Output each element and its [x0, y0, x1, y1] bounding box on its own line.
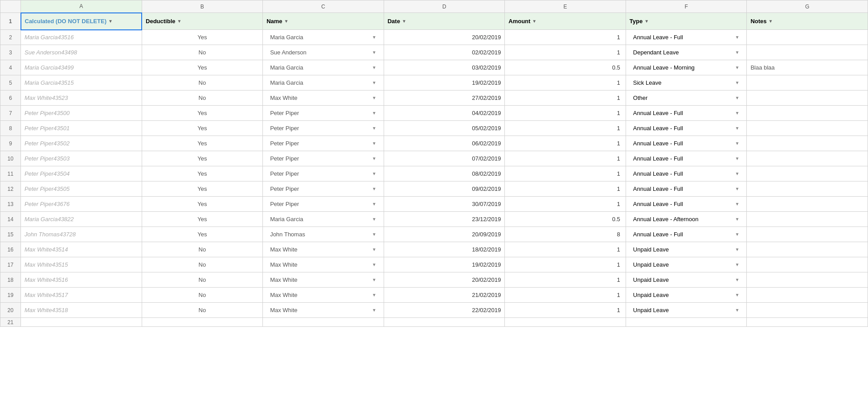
- header-name[interactable]: Name ▼: [263, 13, 384, 30]
- cell-a-3[interactable]: Maria Garcia43515: [21, 75, 142, 91]
- cell-a-16[interactable]: Max White43516: [21, 272, 142, 288]
- dropdown-arrow-c[interactable]: ▼: [372, 156, 377, 161]
- dropdown-arrow-f[interactable]: ▼: [735, 35, 739, 40]
- cell-a-11[interactable]: Peter Piper43676: [21, 197, 142, 212]
- dropdown-arrow-f[interactable]: ▼: [735, 65, 739, 70]
- filter-icon-g[interactable]: ▼: [769, 19, 773, 24]
- dropdown-arrow-c[interactable]: ▼: [372, 171, 377, 176]
- cell-f-10[interactable]: Annual Leave - Full▼: [626, 181, 747, 197]
- cell-f-12[interactable]: Annual Leave - Afternoon▼: [626, 212, 747, 227]
- cell-a-12[interactable]: Maria Garcia43822: [21, 212, 142, 227]
- cell-c-14[interactable]: Max White▼: [263, 242, 384, 257]
- cell-a-7[interactable]: Peter Piper43502: [21, 136, 142, 151]
- cell-f-18[interactable]: Unpaid Leave▼: [626, 303, 747, 318]
- cell-a-13[interactable]: John Thomas43728: [21, 227, 142, 242]
- cell-f-14[interactable]: Unpaid Leave▼: [626, 242, 747, 257]
- dropdown-arrow-c[interactable]: ▼: [372, 232, 377, 237]
- cell-a-17[interactable]: Max White43517: [21, 288, 142, 303]
- dropdown-arrow-c[interactable]: ▼: [372, 186, 377, 191]
- dropdown-arrow-f[interactable]: ▼: [735, 262, 739, 267]
- cell-c-12[interactable]: Maria Garcia▼: [263, 212, 384, 227]
- cell-c-18[interactable]: Max White▼: [263, 303, 384, 318]
- filter-icon-a[interactable]: ▼: [108, 19, 113, 24]
- cell-c-8[interactable]: Peter Piper▼: [263, 151, 384, 166]
- filter-icon-f[interactable]: ▼: [644, 19, 649, 24]
- cell-f-17[interactable]: Unpaid Leave▼: [626, 288, 747, 303]
- dropdown-arrow-c[interactable]: ▼: [372, 35, 377, 40]
- dropdown-arrow-c[interactable]: ▼: [372, 141, 377, 146]
- cell-a-1[interactable]: Sue Anderson43498: [21, 45, 142, 60]
- cell-a-5[interactable]: Peter Piper43500: [21, 106, 142, 121]
- dropdown-arrow-f[interactable]: ▼: [735, 50, 739, 55]
- dropdown-arrow-c[interactable]: ▼: [372, 50, 377, 55]
- dropdown-arrow-c[interactable]: ▼: [372, 262, 377, 267]
- dropdown-arrow-f[interactable]: ▼: [735, 293, 739, 297]
- dropdown-arrow-f[interactable]: ▼: [735, 232, 739, 237]
- cell-c-16[interactable]: Max White▼: [263, 272, 384, 288]
- cell-c-3[interactable]: Maria Garcia▼: [263, 75, 384, 91]
- dropdown-arrow-f[interactable]: ▼: [735, 80, 739, 85]
- col-letter-c[interactable]: C: [263, 0, 384, 13]
- cell-f-15[interactable]: Unpaid Leave▼: [626, 257, 747, 272]
- cell-a-15[interactable]: Max White43515: [21, 257, 142, 272]
- cell-a-10[interactable]: Peter Piper43505: [21, 181, 142, 197]
- cell-a-9[interactable]: Peter Piper43504: [21, 166, 142, 181]
- header-calculated[interactable]: Calculated (DO NOT DELETE) ▼: [21, 13, 142, 30]
- col-letter-d[interactable]: D: [384, 0, 505, 13]
- cell-a-0[interactable]: Maria Garcia43516: [21, 30, 142, 45]
- header-amount[interactable]: Amount ▼: [505, 13, 626, 30]
- dropdown-arrow-f[interactable]: ▼: [735, 308, 739, 313]
- dropdown-arrow-f[interactable]: ▼: [735, 247, 739, 252]
- cell-c-5[interactable]: Peter Piper▼: [263, 106, 384, 121]
- dropdown-arrow-f[interactable]: ▼: [735, 156, 739, 161]
- cell-f-4[interactable]: Other▼: [626, 91, 747, 106]
- cell-c-15[interactable]: Max White▼: [263, 257, 384, 272]
- dropdown-arrow-c[interactable]: ▼: [372, 308, 377, 313]
- dropdown-arrow-f[interactable]: ▼: [735, 186, 739, 191]
- col-letter-g[interactable]: G: [747, 0, 868, 13]
- header-date[interactable]: Date ▼: [384, 13, 505, 30]
- dropdown-arrow-c[interactable]: ▼: [372, 95, 377, 100]
- dropdown-arrow-c[interactable]: ▼: [372, 80, 377, 85]
- dropdown-arrow-c[interactable]: ▼: [372, 217, 377, 222]
- cell-f-8[interactable]: Annual Leave - Full▼: [626, 151, 747, 166]
- cell-c-7[interactable]: Peter Piper▼: [263, 136, 384, 151]
- cell-f-1[interactable]: Dependant Leave▼: [626, 45, 747, 60]
- dropdown-arrow-c[interactable]: ▼: [372, 111, 377, 115]
- dropdown-arrow-c[interactable]: ▼: [372, 247, 377, 252]
- cell-c-17[interactable]: Max White▼: [263, 288, 384, 303]
- dropdown-arrow-c[interactable]: ▼: [372, 202, 377, 206]
- cell-c-6[interactable]: Peter Piper▼: [263, 121, 384, 136]
- dropdown-arrow-f[interactable]: ▼: [735, 202, 739, 206]
- dropdown-arrow-f[interactable]: ▼: [735, 171, 739, 176]
- header-deductible[interactable]: Deductible ▼: [142, 13, 263, 30]
- dropdown-arrow-c[interactable]: ▼: [372, 277, 377, 282]
- cell-f-0[interactable]: Annual Leave - Full▼: [626, 30, 747, 45]
- dropdown-arrow-f[interactable]: ▼: [735, 141, 739, 146]
- cell-f-16[interactable]: Unpaid Leave▼: [626, 272, 747, 288]
- cell-c-4[interactable]: Max White▼: [263, 91, 384, 106]
- header-notes[interactable]: Notes ▼: [747, 13, 868, 30]
- header-type[interactable]: Type ▼: [626, 13, 747, 30]
- cell-c-1[interactable]: Sue Anderson▼: [263, 45, 384, 60]
- cell-c-13[interactable]: John Thomas▼: [263, 227, 384, 242]
- dropdown-arrow-f[interactable]: ▼: [735, 217, 739, 222]
- dropdown-arrow-f[interactable]: ▼: [735, 111, 739, 115]
- cell-c-2[interactable]: Maria Garcia▼: [263, 60, 384, 75]
- cell-f-3[interactable]: Sick Leave▼: [626, 75, 747, 91]
- cell-c-9[interactable]: Peter Piper▼: [263, 166, 384, 181]
- filter-icon-e[interactable]: ▼: [532, 19, 536, 24]
- dropdown-arrow-f[interactable]: ▼: [735, 126, 739, 131]
- dropdown-arrow-f[interactable]: ▼: [735, 277, 739, 282]
- cell-a-18[interactable]: Max White43518: [21, 303, 142, 318]
- cell-f-7[interactable]: Annual Leave - Full▼: [626, 136, 747, 151]
- cell-f-9[interactable]: Annual Leave - Full▼: [626, 166, 747, 181]
- dropdown-arrow-c[interactable]: ▼: [372, 65, 377, 70]
- cell-a-2[interactable]: Maria Garcia43499: [21, 60, 142, 75]
- cell-f-13[interactable]: Annual Leave - Full▼: [626, 227, 747, 242]
- cell-a-14[interactable]: Max White43514: [21, 242, 142, 257]
- filter-icon-b[interactable]: ▼: [177, 19, 182, 24]
- cell-c-10[interactable]: Peter Piper▼: [263, 181, 384, 197]
- cell-a-8[interactable]: Peter Piper43503: [21, 151, 142, 166]
- filter-icon-d[interactable]: ▼: [402, 19, 406, 24]
